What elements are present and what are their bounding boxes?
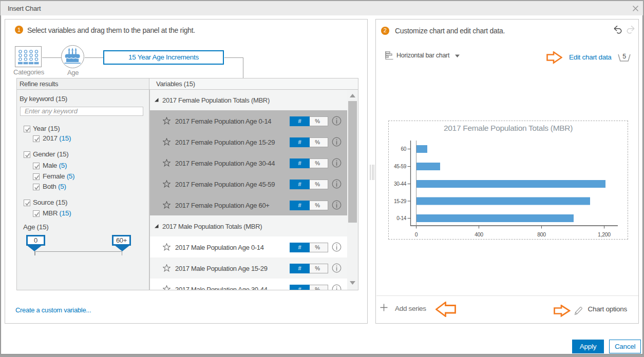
svg-text:30-44: 30-44 bbox=[394, 181, 407, 187]
svg-text:0: 0 bbox=[415, 231, 418, 237]
svg-text:0-14: 0-14 bbox=[396, 215, 407, 221]
svg-text:15-29: 15-29 bbox=[394, 199, 407, 204]
svg-text:400: 400 bbox=[475, 231, 483, 237]
svg-text:800: 800 bbox=[537, 231, 546, 237]
svg-text:60: 60 bbox=[401, 146, 406, 152]
svg-text:45-59: 45-59 bbox=[394, 164, 407, 169]
svg-text:1,200: 1,200 bbox=[598, 231, 611, 237]
svg-text:5: 5 bbox=[622, 53, 626, 60]
